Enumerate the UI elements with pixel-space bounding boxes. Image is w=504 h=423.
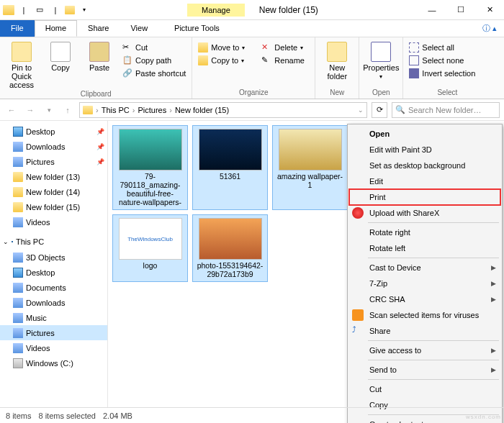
separator [368, 360, 499, 360]
label: Windows (C:) [26, 359, 73, 368]
sidebar-item-music[interactable]: Music [0, 310, 107, 325]
new-folder-button[interactable]: New folder [320, 39, 354, 81]
history-dropdown-icon[interactable]: ⌄ [358, 106, 364, 114]
sidebar-item-desktop-pc[interactable]: Desktop [0, 265, 107, 280]
chevron-right-icon[interactable]: › [169, 106, 172, 114]
search-icon: 🔍 [395, 105, 405, 114]
file-item[interactable]: photo-1553194642-29b72a173b9 [192, 214, 268, 282]
chevron-right-icon[interactable]: › [96, 106, 99, 114]
label: Cast to Device [369, 263, 421, 272]
dropdown-icon[interactable]: ▾ [78, 4, 91, 17]
ctx-cast[interactable]: Cast to Device▶ [349, 260, 500, 276]
selectnone-label: Select none [422, 56, 464, 65]
label: Videos [26, 218, 50, 227]
file-item[interactable]: 79-790118_amazing-beautiful-free-nature-… [112, 125, 188, 210]
copy-path-button[interactable]: 📋Copy path [121, 55, 187, 66]
address-bar[interactable]: › This PC › Pictures › New folder (15) ⌄ [79, 102, 367, 118]
ctx-edit[interactable]: Edit [349, 173, 500, 189]
ctx-crc[interactable]: CRC SHA▶ [349, 291, 500, 307]
filename: logo [143, 261, 158, 270]
tab-home[interactable]: Home [35, 20, 77, 37]
properties-button[interactable]: Properties▾ [364, 39, 398, 80]
separator [368, 258, 499, 258]
sidebar-item-drive-c[interactable]: Windows (C:) [0, 355, 107, 370]
expand-icon[interactable]: ⌄ [3, 238, 9, 245]
ctx-print[interactable]: Print [349, 189, 500, 205]
submenu-arrow-icon: ▶ [491, 366, 496, 373]
refresh-button[interactable]: ⟳ [372, 102, 387, 118]
chevron-right-icon[interactable]: › [132, 106, 135, 114]
sidebar-item-pictures[interactable]: Pictures📌 [0, 154, 107, 169]
invert-selection-button[interactable]: Invert selection [408, 68, 487, 79]
ribbon: Pin to Quick access Copy Paste ✂Cut 📋Cop… [0, 37, 504, 99]
ctx-scan[interactable]: Scan selected items for viruses [349, 307, 500, 323]
rename-button[interactable]: ✎Rename [260, 55, 310, 66]
label: Print [369, 193, 386, 201]
minimize-button[interactable]: — [418, 1, 446, 19]
tab-picture-tools[interactable]: Picture Tools [163, 20, 230, 37]
search-placeholder: Search New folder… [408, 106, 482, 114]
label: Pictures [26, 158, 55, 166]
ctx-set-background[interactable]: Set as desktop background [349, 158, 500, 173]
label: Edit with Paint 3D [369, 145, 432, 154]
ctx-rotate-left[interactable]: Rotate left [349, 240, 500, 256]
tab-share[interactable]: Share [77, 20, 120, 37]
sidebar-item-nf14[interactable]: New folder (14) [0, 184, 107, 199]
back-button[interactable]: ← [4, 103, 19, 117]
sidebar-item-downloads-pc[interactable]: Downloads [0, 295, 107, 310]
sidebar-item-nf15[interactable]: New folder (15) [0, 199, 107, 214]
tab-view[interactable]: View [120, 20, 158, 37]
label: Cut [369, 385, 382, 394]
sidebar-item-documents[interactable]: Documents [0, 280, 107, 295]
thumbnail: TheWindowsClub [119, 218, 182, 260]
paste-shortcut-button[interactable]: 🔗Paste shortcut [121, 68, 187, 79]
copy-to-button[interactable]: Copy to ▾ [197, 55, 256, 66]
maximize-button[interactable]: ☐ [446, 1, 475, 19]
sidebar-item-3d-objects[interactable]: 3D Objects [0, 250, 107, 265]
file-item[interactable]: 51361 [192, 125, 268, 210]
ctx-edit-paint3d[interactable]: Edit with Paint 3D [349, 142, 500, 158]
select-all-button[interactable]: Select all [408, 42, 487, 53]
file-item[interactable]: TheWindowsClublogo [112, 214, 188, 282]
status-item-count: 8 items [6, 411, 31, 420]
crumb-this-pc[interactable]: This PC [102, 106, 130, 114]
sharex-icon [352, 207, 364, 219]
ctx-open[interactable]: Open [349, 126, 500, 142]
ctx-share[interactable]: ⤴Share [349, 323, 500, 339]
recent-dropdown[interactable]: ▾ [42, 103, 56, 117]
paste-button[interactable]: Paste [82, 39, 117, 72]
crumb-current[interactable]: New folder (15) [175, 106, 229, 114]
help-collapse[interactable]: ⓘ ▴ [475, 20, 504, 37]
ctx-7zip[interactable]: 7-Zip▶ [349, 276, 500, 291]
sidebar-item-pictures-pc[interactable]: Pictures [0, 325, 107, 340]
crumb-pictures[interactable]: Pictures [138, 106, 166, 114]
ctx-send-to[interactable]: Send to▶ [349, 362, 500, 378]
sidebar-item-nf13[interactable]: New folder (13) [0, 169, 107, 184]
submenu-arrow-icon: ▶ [491, 280, 496, 287]
contextual-tab-label: Manage [187, 4, 245, 17]
sidebar-item-downloads[interactable]: Downloads📌 [0, 139, 107, 154]
pin-quick-access-button[interactable]: Pin to Quick access [4, 39, 39, 89]
select-none-button[interactable]: Select none [408, 55, 487, 66]
delete-button[interactable]: ✕Delete ▾ [260, 42, 310, 53]
ctx-cut[interactable]: Cut [349, 381, 500, 397]
up-button[interactable]: ↑ [60, 103, 75, 117]
group-clipboard: Pin to Quick access Copy Paste ✂Cut 📋Cop… [0, 37, 192, 99]
sidebar-this-pc[interactable]: ⌄This PC [0, 234, 107, 250]
properties-icon[interactable]: ▭ [33, 4, 46, 17]
ctx-sharex[interactable]: Upload with ShareX [349, 205, 500, 221]
ctx-give-access[interactable]: Give access to▶ [349, 342, 500, 358]
forward-button[interactable]: → [23, 103, 37, 117]
ctx-rotate-right[interactable]: Rotate right [349, 224, 500, 240]
tab-file[interactable]: File [0, 20, 35, 37]
copy-button[interactable]: Copy [43, 39, 78, 72]
sidebar-item-videos[interactable]: Videos [0, 214, 107, 229]
sidebar-item-videos-pc[interactable]: Videos [0, 340, 107, 355]
move-to-button[interactable]: Move to ▾ [197, 42, 256, 53]
file-item[interactable]: amazing wallpaper-1 [272, 125, 348, 210]
close-button[interactable]: ✕ [475, 1, 504, 19]
search-input[interactable]: 🔍 Search New folder… [392, 102, 500, 118]
cut-button[interactable]: ✂Cut [121, 42, 187, 53]
sidebar-item-desktop[interactable]: Desktop📌 [0, 124, 107, 139]
label: Desktop [26, 268, 55, 277]
